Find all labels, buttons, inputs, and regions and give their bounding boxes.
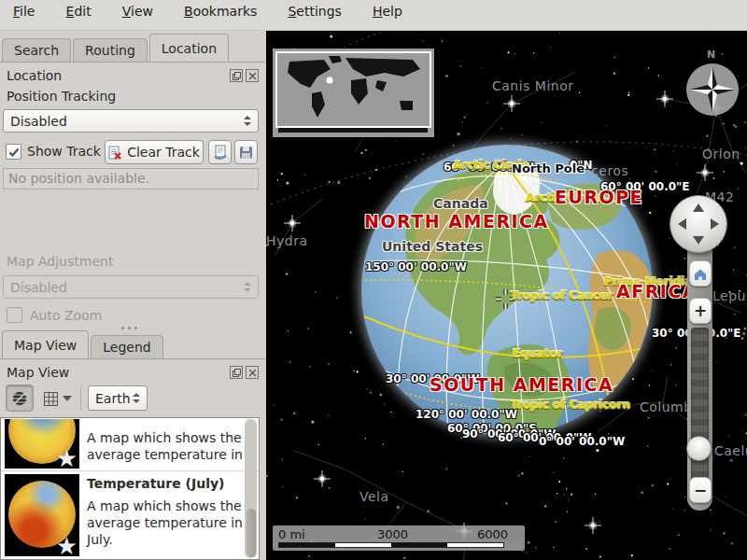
map-adjustment-value: Disabled [10,280,67,295]
map-label: 0° 00' 00.0"W [539,436,625,448]
position-status: No position available. [3,168,259,189]
map-label: Equator [513,348,562,360]
map-label: Tropic of Capricorn [511,399,630,412]
zoom-slider-handle[interactable] [686,436,712,461]
tab-legend[interactable]: Legend [91,335,162,358]
tab-routing[interactable]: Routing [73,38,148,62]
celestial-body-value: Earth [95,391,131,406]
favorite-star-icon[interactable]: ★ [56,444,78,469]
overview-frame [275,51,431,128]
map-canvas[interactable]: Canis MinorOrionM42MonocerosHydraLepusCo… [266,31,747,560]
compass[interactable] [686,63,739,116]
map-label: United States [382,240,483,254]
save-icon [239,146,253,160]
theme-description: average temperature in [87,515,243,530]
projection-grid-button[interactable] [39,388,62,409]
globe-projection-button[interactable] [6,385,34,412]
close-panel-icon[interactable] [246,366,259,379]
home-button[interactable] [689,260,712,287]
menubar: File Edit View Bookmarks Settings Help [0,0,747,31]
scale-mid: 3000 [377,527,408,541]
theme-title: Temperature (July) [87,476,224,491]
menu-settings[interactable]: Settings [275,0,354,19]
pan-up-icon[interactable] [693,203,704,212]
favorite-star-icon[interactable]: ★ [56,532,78,556]
open-file-icon [213,145,228,160]
map-adjustment-select[interactable]: Disabled [3,275,259,299]
close-panel-icon[interactable] [246,69,259,82]
float-panel-icon[interactable] [230,69,243,82]
position-tracking-select[interactable]: Disabled [3,109,259,133]
map-label: SOUTH AMERICA [430,375,613,395]
pan-pad[interactable] [669,195,727,253]
show-track-checkbox[interactable] [6,144,21,160]
position-tracking-value: Disabled [10,114,67,129]
scrollbar-handle[interactable] [247,509,256,557]
panel-divider [0,358,266,359]
spinner-arrows-icon[interactable] [241,110,254,132]
auto-zoom-checkbox[interactable] [7,307,22,323]
map-theme-list: ★ A map which shows the average temperat… [0,417,260,560]
toolbar-separator [80,385,81,411]
zoom-out-button[interactable]: − [689,477,712,503]
scale-ruler-stub [505,543,520,547]
clear-track-button[interactable]: Clear Track [105,140,204,164]
menu-edit[interactable]: Edit [53,0,105,19]
spinner-arrows-icon [241,276,254,298]
clear-track-label: Clear Track [127,145,200,160]
globe-projection-icon [11,390,28,407]
show-track-label: Show Track [27,144,101,159]
map-label: North Pole [512,162,585,175]
menu-file[interactable]: File [0,0,48,19]
map-label: Canada [433,197,488,211]
position-tracking-label: Position Tracking [7,89,116,104]
scale-bar: 0 mi 3000 6000 [273,525,525,551]
map-label: 150° 00' 00.0"W [365,261,467,273]
theme-thumbnail: ★ [5,474,79,556]
grid-icon [44,392,58,406]
compass-rose-icon [686,63,739,116]
tab-map-view[interactable]: Map View [2,330,89,358]
panel-divider [0,62,266,63]
celestial-body-select[interactable]: Earth [88,385,148,411]
sidebar: Search Routing Location Location Positio… [0,31,266,560]
map-adjustment-label: Map Adjustment [7,254,113,269]
map-label: 120° 00' 00.0"W [416,409,517,421]
map-label: EUROPE [555,188,643,207]
scale-start: 0 mi [278,527,305,541]
splitter-handle[interactable] [121,327,137,329]
location-panel-title: Location [7,68,62,83]
map-label: NORTH AMERICA [364,212,549,231]
theme-description: July. [87,532,113,547]
menu-help[interactable]: Help [359,0,416,19]
map-label: Tropic of Cancer [511,290,613,302]
float-panel-icon[interactable] [230,366,243,379]
overview-map[interactable] [273,49,434,137]
theme-thumbnail: ★ [5,419,79,469]
scale-end: 6000 [477,527,508,541]
home-icon [693,267,708,281]
map-view-panel-title: Map View [7,365,69,380]
sidebar-tabs: Search Routing Location [2,34,231,62]
chevron-down-icon[interactable] [63,396,72,401]
scale-ruler [278,542,504,548]
pan-left-icon[interactable] [678,218,686,230]
zoom-in-button[interactable]: + [689,298,712,324]
open-track-button[interactable] [208,140,232,164]
tab-search[interactable]: Search [2,38,71,62]
save-track-button[interactable] [234,140,258,164]
auto-zoom-label: Auto Zoom [30,308,102,323]
theme-description: A map which shows the [87,498,242,513]
compass-north-label: N [707,49,715,61]
map-label: AFRICA [616,282,698,301]
theme-description: A map which shows the [87,430,242,445]
clear-track-icon [108,146,122,160]
tab-location[interactable]: Location [149,34,229,62]
pan-right-icon[interactable] [711,218,719,230]
spinner-arrows-icon[interactable] [130,386,143,410]
menu-view[interactable]: View [109,0,166,19]
menu-bookmarks[interactable]: Bookmarks [171,0,270,19]
pan-down-icon[interactable] [693,236,704,245]
theme-description: average temperature in [87,447,243,462]
